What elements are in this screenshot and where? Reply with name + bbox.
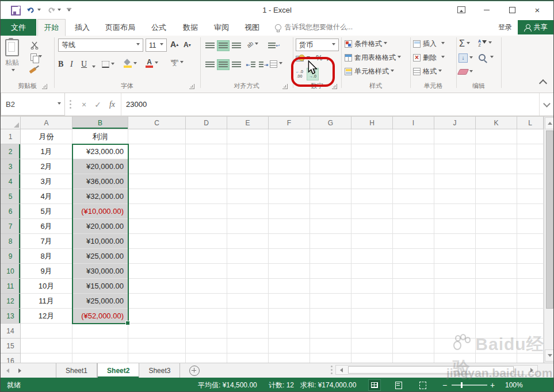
cell-A7[interactable]: 6月	[21, 219, 72, 234]
cell-H11[interactable]	[351, 279, 393, 294]
format-painter-button[interactable]	[29, 69, 36, 72]
cell-K5[interactable]	[476, 189, 517, 204]
enter-icon[interactable]: ✓	[94, 100, 101, 109]
cell-K16[interactable]	[476, 353, 517, 363]
cell-J13[interactable]	[434, 309, 476, 324]
cell-G16[interactable]	[310, 353, 351, 363]
cell-H2[interactable]	[351, 144, 393, 159]
undo-icon[interactable]	[26, 6, 41, 14]
autosum-button[interactable]: Σ	[459, 39, 470, 49]
cell-G10[interactable]	[310, 264, 351, 279]
cell-K13[interactable]	[476, 309, 517, 324]
horizontal-scrollbar-thumb[interactable]	[348, 366, 514, 374]
zoom-slider-thumb[interactable]	[461, 382, 463, 388]
fill-color-button[interactable]	[124, 60, 137, 68]
cell-E3[interactable]	[227, 159, 269, 174]
column-header-F[interactable]: F	[269, 117, 310, 129]
cell-K8[interactable]	[476, 234, 517, 249]
column-header-H[interactable]: H	[351, 117, 393, 129]
sign-in-link[interactable]: 登录	[494, 19, 516, 36]
row-header-4[interactable]: 4	[1, 174, 21, 189]
fill-button[interactable]: ↓	[459, 53, 473, 63]
cell-J8[interactable]	[434, 234, 476, 249]
cell-J10[interactable]	[434, 264, 476, 279]
cell-F14[interactable]	[269, 324, 310, 339]
bold-button[interactable]: B	[58, 60, 63, 69]
cell-A1[interactable]: 月份	[21, 129, 72, 144]
column-header-C[interactable]: C	[128, 117, 186, 129]
cell-B15[interactable]	[72, 339, 128, 353]
cell-H16[interactable]	[351, 353, 393, 363]
new-sheet-button[interactable]	[189, 366, 200, 376]
cell-F6[interactable]	[269, 204, 310, 219]
cell-L8[interactable]	[517, 234, 544, 249]
row-header-15[interactable]: 15	[1, 339, 21, 353]
tab-insert[interactable]: 插入	[67, 19, 97, 36]
cell-A4[interactable]: 3月	[21, 174, 72, 189]
cell-H3[interactable]	[351, 159, 393, 174]
tab-home[interactable]: 开始	[37, 19, 66, 36]
cell-K4[interactable]	[476, 174, 517, 189]
cell-K1[interactable]	[476, 129, 517, 144]
cell-D5[interactable]	[186, 189, 227, 204]
cell-L14[interactable]	[517, 324, 544, 339]
cell-C15[interactable]	[128, 339, 186, 353]
cell-B3[interactable]: ¥20,000.00	[72, 159, 128, 174]
cell-C12[interactable]	[128, 294, 186, 309]
comma-style-button[interactable]: ,	[326, 51, 328, 62]
cell-G12[interactable]	[310, 294, 351, 309]
column-header-D[interactable]: D	[186, 117, 227, 129]
cell-L12[interactable]	[517, 294, 544, 309]
cell-L1[interactable]	[517, 129, 544, 144]
cell-F10[interactable]	[269, 264, 310, 279]
cell-E1[interactable]	[227, 129, 269, 144]
next-sheet-arrow[interactable]	[18, 368, 24, 373]
cell-D11[interactable]	[186, 279, 227, 294]
row-header-13[interactable]: 13	[1, 309, 21, 324]
cell-E4[interactable]	[227, 174, 269, 189]
cell-H1[interactable]	[351, 129, 393, 144]
cell-I15[interactable]	[393, 339, 434, 353]
row-header-11[interactable]: 11	[1, 279, 21, 294]
zoom-out-button[interactable]: −	[442, 378, 447, 392]
cell-L11[interactable]	[517, 279, 544, 294]
cell-E12[interactable]	[227, 294, 269, 309]
cell-I8[interactable]	[393, 234, 434, 249]
cell-F13[interactable]	[269, 309, 310, 324]
cell-A10[interactable]: 9月	[21, 264, 72, 279]
tab-view[interactable]: 视图	[238, 19, 266, 36]
decrease-indent-button[interactable]: ⇤	[244, 59, 257, 70]
cell-J11[interactable]	[434, 279, 476, 294]
phonetic-button[interactable]: wén文	[171, 59, 184, 66]
cell-A14[interactable]	[21, 324, 72, 339]
tell-me-box[interactable]: 告诉我您想要做什么...	[275, 19, 353, 36]
format-as-table-button[interactable]: 套用表格格式	[345, 53, 401, 63]
horizontal-scrollbar[interactable]	[335, 365, 538, 375]
cell-I13[interactable]	[393, 309, 434, 324]
row-header-16[interactable]: 16	[1, 353, 21, 363]
vertical-scrollbar-thumb[interactable]	[546, 130, 553, 309]
cell-C13[interactable]	[128, 309, 186, 324]
clear-button[interactable]	[459, 69, 473, 75]
cell-E2[interactable]	[227, 144, 269, 159]
merge-center-button[interactable]	[270, 60, 282, 68]
cell-K14[interactable]	[476, 324, 517, 339]
cell-K2[interactable]	[476, 144, 517, 159]
cell-I12[interactable]	[393, 294, 434, 309]
cell-C9[interactable]	[128, 249, 186, 264]
row-header-10[interactable]: 10	[1, 264, 21, 279]
tab-data[interactable]: 数据	[175, 19, 205, 36]
collapse-ribbon-button[interactable]	[540, 80, 546, 86]
cell-I7[interactable]	[393, 219, 434, 234]
customize-qat-icon[interactable]	[67, 8, 71, 13]
cell-L10[interactable]	[517, 264, 544, 279]
cell-F11[interactable]	[269, 279, 310, 294]
sheet-tab-sheet1[interactable]: Sheet1	[56, 363, 97, 378]
cell-F4[interactable]	[269, 174, 310, 189]
cell-G13[interactable]	[310, 309, 351, 324]
cell-B1[interactable]: 利润	[72, 129, 128, 144]
cell-F3[interactable]	[269, 159, 310, 174]
cell-D14[interactable]	[186, 324, 227, 339]
top-align-button[interactable]	[204, 40, 216, 51]
cell-J1[interactable]	[434, 129, 476, 144]
